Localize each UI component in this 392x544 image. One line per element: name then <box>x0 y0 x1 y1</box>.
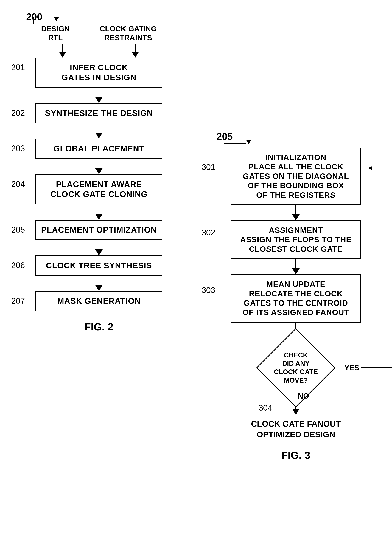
input-arrow-1 <box>59 44 66 58</box>
arrow-301-302 <box>292 205 300 220</box>
page: 200 DESIGNRTL CLOCK GATINGRESTRAINTS <box>0 0 392 544</box>
fig3-column: 205 301 INITIALIZATION PLACE ALL THE CLO… <box>205 131 383 461</box>
arrow-206-207 <box>95 276 103 291</box>
fig2-label: FIG. 2 <box>26 321 172 333</box>
fig2-box-207: MASK GENERATION <box>35 291 162 311</box>
fig3-output: CLOCK GATE FANOUTOPTIMIZED DESIGN <box>216 419 375 440</box>
fig2-step-203: 203 GLOBAL PLACEMENT <box>26 139 172 174</box>
fig2-box-205: PLACEMENT OPTIMIZATION <box>35 220 162 240</box>
fig2-step-204: 204 PLACEMENT AWARE CLOCK GATE CLONING <box>26 174 172 220</box>
fig2-step-201: 201 INFER CLOCK GATES IN DESIGN <box>26 58 172 103</box>
fig2-box-204: PLACEMENT AWARE CLOCK GATE CLONING <box>35 174 162 205</box>
fig2-box-206: CLOCK TREE SYNTHESIS <box>35 255 162 276</box>
arrow-204-205 <box>95 205 103 220</box>
fig2-column: 200 DESIGNRTL CLOCK GATINGRESTRAINTS <box>15 11 183 333</box>
fig3-box-303: MEAN UPDATE RELOCATE THE CLOCK GATES TO … <box>231 274 361 323</box>
fig2-box-202: SYNTHESIZE THE DESIGN <box>35 103 162 124</box>
fig2-box-203: GLOBAL PLACEMENT <box>35 139 162 159</box>
arrow-205-206 <box>95 240 103 255</box>
fig3-box-301: INITIALIZATION PLACE ALL THE CLOCK GATES… <box>231 148 361 205</box>
fig3-main-number: 205 <box>216 131 375 142</box>
fig3-diamond-area: CHECKDID ANY CLOCK GATEMOVE? YES NO 304 <box>231 338 361 398</box>
fig3-label: FIG. 3 <box>216 449 375 461</box>
fig3-step-302: 302 ASSIGNMENT ASSIGN THE FLOPS TO THE C… <box>216 220 375 274</box>
fig2-step-206: 206 CLOCK TREE SYNTHESIS <box>26 255 172 291</box>
fig2-box-201: INFER CLOCK GATES IN DESIGN <box>35 58 162 88</box>
input-clock-gating: CLOCK GATINGRESTRAINTS <box>100 24 157 42</box>
fig2-step-205: 205 PLACEMENT OPTIMIZATION <box>26 220 172 255</box>
arrow-201-202 <box>95 88 103 103</box>
arrow-302-303 <box>292 259 300 274</box>
yes-label: YES <box>344 363 359 372</box>
fig3-box-302: ASSIGNMENT ASSIGN THE FLOPS TO THE CLOSE… <box>231 220 361 259</box>
arrow-203-204 <box>95 159 103 174</box>
no-label: NO <box>298 392 309 400</box>
input-arrow-2 <box>132 44 139 58</box>
input-design-rtl: DESIGNRTL <box>41 24 70 42</box>
fig2-step-202: 202 SYNTHESIZE THE DESIGN <box>26 103 172 139</box>
fig3-step-301: 301 INITIALIZATION PLACE ALL THE CLOCK G… <box>216 148 375 220</box>
fig2-step-207: 207 MASK GENERATION <box>26 291 172 311</box>
arrow-202-203 <box>95 123 103 139</box>
